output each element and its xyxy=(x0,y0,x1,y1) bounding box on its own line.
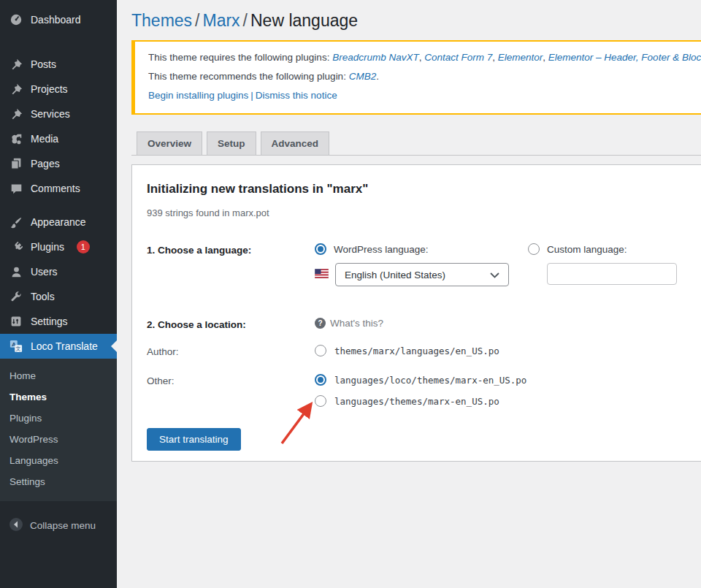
notice-required-prefix: This theme requires the following plugin… xyxy=(148,52,332,63)
plugin-separator: , xyxy=(543,52,548,63)
sidebar-item-label: Projects xyxy=(31,83,68,95)
tab-overview[interactable]: Overview xyxy=(137,131,202,155)
sidebar-item-users[interactable]: Users xyxy=(0,259,117,284)
submenu-item-languages[interactable]: Languages xyxy=(0,450,117,471)
admin-content: Themes/Marx/New language This theme requ… xyxy=(117,0,701,588)
pages-icon xyxy=(9,156,23,171)
breadcrumb: Themes/Marx/New language xyxy=(117,0,701,31)
other-location-path-selected[interactable]: languages/loco/themes/marx-en_US.po xyxy=(334,375,526,386)
sidebar-item-label: Posts xyxy=(31,58,56,70)
notice-recommended-line: This theme recommends the following plug… xyxy=(148,67,701,86)
sidebar-item-label: Comments xyxy=(31,183,80,194)
sidebar-item-projects[interactable]: Projects xyxy=(0,77,117,102)
sidebar-item-posts[interactable]: Posts xyxy=(0,52,117,77)
sidebar-item-dashboard[interactable]: Dashboard xyxy=(0,7,117,32)
translate-icon: A文 xyxy=(9,339,23,354)
svg-text:文: 文 xyxy=(16,345,21,352)
pushpin-icon xyxy=(9,107,23,121)
other-location-path-alt[interactable]: languages/themes/marx-en_US.po xyxy=(334,396,499,407)
sidebar-item-settings[interactable]: Settings xyxy=(0,309,117,334)
wordpress-language-option-label[interactable]: WordPress language: xyxy=(334,244,429,255)
collapse-arrow-icon xyxy=(9,517,23,534)
plugin-link[interactable]: CMB2 xyxy=(349,71,377,82)
author-location-path[interactable]: themes/marx/languages/en_US.po xyxy=(334,345,499,356)
dismiss-notice-link[interactable]: Dismiss this notice xyxy=(256,90,337,101)
sidebar-item-comments[interactable]: Comments xyxy=(0,176,117,201)
choose-location-label: 2. Choose a location: xyxy=(147,318,315,330)
author-location-row: Author: themes/marx/languages/en_US.po xyxy=(147,345,701,357)
other-location-row: Other: languages/loco/themes/marx-en_US.… xyxy=(147,374,701,407)
start-translating-button[interactable]: Start translating xyxy=(147,428,241,451)
brush-icon xyxy=(9,215,23,229)
author-location-radio[interactable] xyxy=(315,345,326,356)
submenu-item-themes[interactable]: Themes xyxy=(0,386,117,408)
notice-recommended-prefix: This theme recommends the following plug… xyxy=(148,71,349,82)
selected-language-value: English (United States) xyxy=(345,270,445,280)
pushpin-icon xyxy=(9,57,23,72)
submenu-item-settings[interactable]: Settings xyxy=(0,471,117,492)
help-icon: ? xyxy=(315,318,326,329)
whats-this-link[interactable]: ? What's this? xyxy=(315,318,528,329)
sidebar-item-label: Settings xyxy=(31,316,68,327)
notice-required-line: This theme requires the following plugin… xyxy=(148,48,701,67)
sidebar-item-tools[interactable]: Tools xyxy=(0,284,117,309)
custom-language-input[interactable] xyxy=(547,263,677,285)
chevron-down-icon xyxy=(490,270,499,280)
choose-location-row: 2. Choose a location: ? What's this? xyxy=(147,318,701,330)
submenu-item-plugins[interactable]: Plugins xyxy=(0,408,117,429)
submenu-item-home[interactable]: Home xyxy=(0,365,117,386)
sidebar-item-label: Users xyxy=(31,266,58,278)
tab-setup[interactable]: Setup xyxy=(207,131,256,155)
sidebar-item-label: Loco Translate xyxy=(31,340,98,352)
panel-title: Initializing new translations in "marx" xyxy=(147,182,701,196)
sidebar-item-loco-translate[interactable]: A文 Loco Translate xyxy=(0,334,117,359)
submenu-item-wordpress[interactable]: WordPress xyxy=(0,429,117,450)
sidebar-item-label: Plugins xyxy=(31,241,64,253)
sidebar-item-media[interactable]: Media xyxy=(0,126,117,151)
sidebar-item-label: Appearance xyxy=(31,216,86,228)
page-title: New language xyxy=(250,11,358,30)
pushpin-icon xyxy=(9,82,23,96)
sliders-icon xyxy=(9,314,23,329)
sidebar-item-pages[interactable]: Pages xyxy=(0,151,117,176)
tgmpa-plugin-notice: This theme requires the following plugin… xyxy=(131,40,701,115)
wordpress-language-radio[interactable] xyxy=(315,243,326,255)
sidebar-item-label: Tools xyxy=(31,291,55,302)
sidebar-item-label: Media xyxy=(31,133,58,145)
custom-language-option-label[interactable]: Custom language: xyxy=(547,244,627,255)
user-icon xyxy=(9,264,23,279)
wrench-icon xyxy=(9,289,23,304)
other-label: Other: xyxy=(147,374,315,386)
tab-advanced[interactable]: Advanced xyxy=(261,131,330,155)
custom-language-radio[interactable] xyxy=(528,243,540,255)
sidebar-item-label: Pages xyxy=(31,158,60,169)
media-icon xyxy=(9,131,23,146)
tab-bar: OverviewSetupAdvanced xyxy=(131,131,701,156)
new-language-panel: Initializing new translations in "marx" … xyxy=(131,164,701,462)
language-select[interactable]: English (United States) xyxy=(335,263,509,286)
plugin-link[interactable]: Contact Form 7 xyxy=(424,52,492,63)
other-location-radio-selected[interactable] xyxy=(315,374,326,386)
breadcrumb-link-marx[interactable]: Marx xyxy=(202,11,240,30)
author-label: Author: xyxy=(147,345,315,357)
plugin-link[interactable]: Elementor – Header, Footer & Blocks Te xyxy=(548,52,701,63)
begin-installing-plugins-link[interactable]: Begin installing plugins xyxy=(148,90,248,101)
plugin-link[interactable]: Breadcrumb NavXT xyxy=(332,52,419,63)
breadcrumb-link-themes[interactable]: Themes xyxy=(131,11,192,30)
other-location-radio-alt[interactable] xyxy=(315,395,326,407)
breadcrumb-separator: / xyxy=(192,11,202,30)
actions-separator: | xyxy=(248,90,256,101)
collapse-menu-label: Collapse menu xyxy=(30,520,96,531)
comment-icon xyxy=(9,181,23,196)
strings-found-text: 939 strings found in marx.pot xyxy=(147,207,701,218)
plugin-separator: , xyxy=(492,52,498,63)
plugin-icon xyxy=(9,240,23,254)
dashboard-icon xyxy=(9,12,23,27)
sidebar-item-appearance[interactable]: Appearance xyxy=(0,210,117,234)
choose-language-row: 1. Choose a language: WordPress language… xyxy=(147,243,701,286)
choose-language-label: 1. Choose a language: xyxy=(147,243,315,256)
sidebar-item-services[interactable]: Services xyxy=(0,102,117,126)
collapse-menu-button[interactable]: Collapse menu xyxy=(0,513,117,538)
plugin-link[interactable]: Elementor xyxy=(498,52,543,63)
sidebar-item-plugins[interactable]: Plugins 1 xyxy=(0,234,117,259)
